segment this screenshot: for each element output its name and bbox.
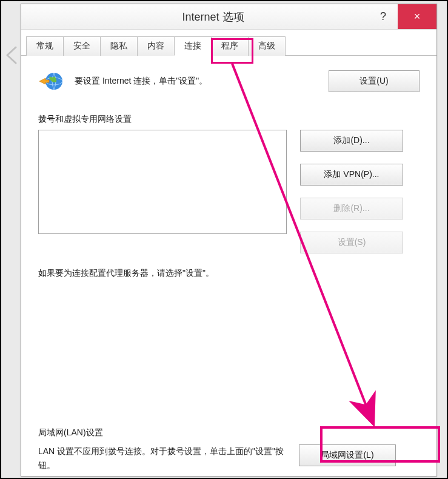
tab-privacy[interactable]: 隐私 <box>100 36 138 56</box>
tab-content[interactable]: 内容 <box>137 36 175 56</box>
back-chevron-icon <box>4 46 21 67</box>
button-label: 设置(S) <box>338 237 366 247</box>
lan-group-label: 局域网(LAN)设置 <box>38 427 420 438</box>
help-icon: ? <box>380 10 386 23</box>
add-vpn-button[interactable]: 添加 VPN(P)... <box>300 164 403 186</box>
lan-text: LAN 设置不应用到拨号连接。对于拨号设置，单击上面的"设置"按钮。 <box>38 444 287 472</box>
add-button[interactable]: 添加(D)... <box>300 130 403 152</box>
tab-advanced[interactable]: 高级 <box>248 36 286 56</box>
titlebar: Internet 选项 ? × <box>21 4 436 30</box>
button-label: 局域网设置(L) <box>321 450 373 460</box>
setup-row: 要设置 Internet 连接，单击"设置"。 设置(U) <box>38 68 420 95</box>
tab-general[interactable]: 常规 <box>26 36 64 56</box>
dial-settings-button: 设置(S) <box>300 232 403 253</box>
tab-label: 内容 <box>147 41 164 50</box>
tab-label: 安全 <box>73 41 90 50</box>
button-label: 添加 VPN(P)... <box>324 169 379 179</box>
tab-label: 高级 <box>258 41 275 50</box>
titlebar-controls: ? × <box>369 4 436 29</box>
dial-note: 如果要为连接配置代理服务器，请选择"设置"。 <box>38 268 299 279</box>
lan-settings-button[interactable]: 局域网设置(L) <box>299 444 396 466</box>
setup-text: 要设置 Internet 连接，单击"设置"。 <box>75 76 319 87</box>
close-button[interactable]: × <box>398 4 436 29</box>
button-label: 设置(U) <box>359 76 388 85</box>
window-title: Internet 选项 <box>21 10 369 24</box>
tab-body: 要设置 Internet 连接，单击"设置"。 设置(U) 拨号和虚拟专用网络设… <box>21 56 436 478</box>
tab-label: 程序 <box>221 41 238 50</box>
help-button[interactable]: ? <box>369 4 398 29</box>
lan-section: 局域网(LAN)设置 LAN 设置不应用到拨号连接。对于拨号设置，单击上面的"设… <box>38 427 420 472</box>
button-label: 删除(R)... <box>333 203 369 213</box>
close-icon: × <box>414 10 421 23</box>
tab-label: 常规 <box>36 41 53 50</box>
dial-group-label: 拨号和虚拟专用网络设置 <box>38 114 420 125</box>
lan-row: LAN 设置不应用到拨号连接。对于拨号设置，单击上面的"设置"按钮。 局域网设置… <box>38 444 420 472</box>
internet-options-dialog: Internet 选项 ? × 常规 安全 隐私 内容 连接 程序 高级 <box>21 4 437 477</box>
dial-buttons: 添加(D)... 添加 VPN(P)... 删除(R)... 设置(S) <box>300 130 403 253</box>
tab-connections[interactable]: 连接 <box>174 36 212 56</box>
tab-label: 连接 <box>184 41 201 50</box>
button-label: 添加(D)... <box>333 135 369 145</box>
setup-button[interactable]: 设置(U) <box>329 70 420 92</box>
dial-connections-listbox[interactable] <box>38 130 287 234</box>
window-backdrop: Internet 选项 ? × 常规 安全 隐私 内容 连接 程序 高级 <box>0 0 448 479</box>
tab-programs[interactable]: 程序 <box>211 36 249 56</box>
tab-security[interactable]: 安全 <box>63 36 101 56</box>
dial-row: 添加(D)... 添加 VPN(P)... 删除(R)... 设置(S) <box>38 130 420 253</box>
globe-wizard-icon <box>38 68 65 95</box>
remove-button: 删除(R)... <box>300 198 403 219</box>
tabstrip: 常规 安全 隐私 内容 连接 程序 高级 <box>21 30 436 56</box>
tab-label: 隐私 <box>110 41 127 50</box>
